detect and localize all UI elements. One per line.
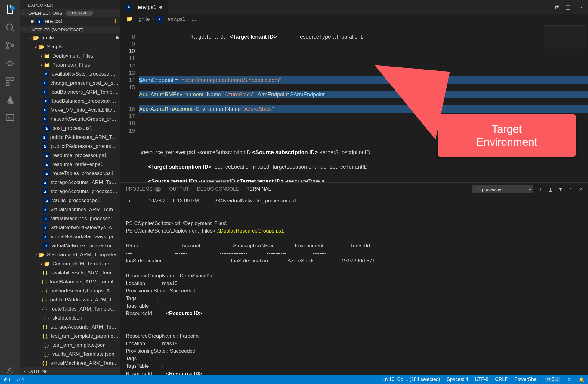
bottom-panel: PROBLEMS1 OUTPUT DEBUG CONSOLE TERMINAL …	[120, 182, 588, 375]
kill-terminal-icon[interactable]: 🗑	[558, 186, 563, 192]
powershell-file-icon: ≥	[126, 4, 132, 11]
tree-file[interactable]: { }availabilitySets_ARM_Templat...	[20, 268, 120, 277]
folder-icon: 📁	[43, 53, 50, 59]
tree-file[interactable]: ≥virtualNetworkGateways_proc...	[20, 232, 120, 241]
editor-area: ≥ env.ps1 ⇄ ◫ ⋯ 📁 Ignite› ≥ env.ps1› ...…	[120, 0, 588, 375]
status-warnings[interactable]: △ 1	[17, 377, 24, 382]
folder-icon: 📁	[43, 62, 50, 68]
tree-file[interactable]: ≥virtualMachines_ARM_Templa...	[20, 205, 120, 214]
tree-folder[interactable]: 📁Deployment_Files	[20, 52, 120, 61]
status-bell-icon[interactable]: 🔔	[578, 377, 584, 382]
activity-bar: 1	[0, 0, 20, 375]
terminal-selector[interactable]: 1: powershell	[472, 185, 533, 193]
powershell-file-icon: ≥	[41, 134, 48, 141]
tree-file[interactable]: { }loadBalancers_ARM_Template....	[20, 277, 120, 286]
breadcrumbs[interactable]: 📁 Ignite› ≥ env.ps1› ...	[120, 14, 588, 24]
close-panel-icon[interactable]: ✕	[579, 186, 583, 192]
tree-file[interactable]: ≥availabilitySets_processor.ps1	[20, 70, 120, 79]
tree-file[interactable]: ≥publicIPAddresses_ARM_Temp...	[20, 133, 120, 142]
json-file-icon: { }	[42, 360, 48, 367]
powershell-file-icon: ≥	[42, 143, 48, 150]
tree-folder[interactable]: 📂Ignite	[20, 33, 120, 42]
json-file-icon: { }	[42, 270, 48, 276]
tree-folder[interactable]: 📂Scripts	[20, 42, 120, 52]
status-language[interactable]: PowerShell	[514, 377, 539, 382]
settings-gear-icon[interactable]	[5, 365, 15, 375]
azure-icon[interactable]	[5, 95, 15, 105]
tree-file[interactable]: ≥virtualNetworkGateways_ARM...	[20, 223, 120, 232]
extensions-icon[interactable]	[5, 76, 15, 87]
tab-bar: ≥ env.ps1 ⇄ ◫ ⋯	[120, 0, 588, 14]
powershell-file-icon: ≥	[42, 179, 48, 186]
open-editors-section[interactable]: OPEN EDITORS 1 UNSAVED	[20, 9, 120, 17]
minimap[interactable]	[544, 25, 586, 49]
tree-file[interactable]: { }networkSecurityGroups_ARM_...	[20, 286, 120, 295]
powershell-file-icon: ≥	[42, 107, 48, 114]
tree-file[interactable]: { }storageAccounts_ARM_Templ...	[20, 323, 120, 332]
tree-file[interactable]: ≥resource_retriever.ps1	[20, 160, 120, 169]
code-editor[interactable]: 8910111213141516171819 -targetTenantId <…	[120, 24, 588, 182]
tree-file[interactable]: ≥vaults_processor.ps1	[20, 196, 120, 205]
tree-file[interactable]: { }test_arm_template.json	[20, 341, 120, 350]
status-extension[interactable]: ⧉ 5.1	[545, 377, 560, 382]
tree-folder[interactable]: 📁Parameter_Files	[20, 61, 120, 70]
powershell-icon[interactable]	[5, 113, 15, 123]
more-icon[interactable]: ⋯	[577, 4, 583, 11]
line-gutter: 8910111213141516171819	[120, 24, 139, 182]
new-terminal-icon[interactable]: ＋	[538, 186, 543, 192]
tree-file[interactable]: { }publicIPAddresses_ARM_Temp...	[20, 295, 120, 304]
panel-tabs: PROBLEMS1 OUTPUT DEBUG CONSOLE TERMINAL …	[120, 183, 588, 196]
source-control-icon[interactable]	[5, 40, 15, 51]
tree-file[interactable]: ≥Move_VM_Into_AvailabilitySet...	[20, 106, 120, 115]
tree-file[interactable]: { }routeTables_ARM_Template.json	[20, 304, 120, 314]
workspace-section[interactable]: UNTITLED (WORKSPACE)	[20, 26, 120, 33]
tree-file[interactable]: ≥loadBalancers_processor.ps1	[20, 97, 120, 106]
search-icon[interactable]	[5, 22, 15, 33]
tree-file[interactable]: ≥virtualMachines_processor.ps1	[20, 214, 120, 223]
compare-icon[interactable]: ⇄	[554, 4, 559, 11]
debug-icon[interactable]	[5, 58, 15, 69]
powershell-file-icon: ≥	[43, 71, 49, 77]
tree-file[interactable]: ≥networkSecurityGroups_proce...	[20, 115, 120, 124]
code-content[interactable]: -targetTenantId <Target tenant ID> -reso…	[139, 24, 588, 182]
folder-icon: 📂	[32, 35, 39, 41]
status-feedback-icon[interactable]: ☺	[567, 377, 572, 382]
tree-file[interactable]: ≥change_premium_ssd_to_stan...	[20, 79, 120, 88]
tree-file[interactable]: ≥resource_processor.ps1	[20, 151, 120, 160]
tab-env-ps1[interactable]: ≥ env.ps1	[120, 0, 168, 14]
open-editor-item[interactable]: ≥env.ps11	[20, 17, 120, 26]
tree-file[interactable]: ≥publicIPAddresses_processor....	[20, 142, 120, 151]
status-eol[interactable]: CRLF	[495, 377, 508, 382]
tree-file[interactable]: ≥storageAccounts_processor.ps1	[20, 187, 120, 196]
split-terminal-icon[interactable]: ◫	[548, 186, 553, 192]
tree-file[interactable]: ≥post_process.ps1	[20, 124, 120, 133]
maximize-panel-icon[interactable]: ＾	[568, 186, 573, 192]
tree-file[interactable]: { }virtualMachines_ARM_Templa...	[20, 359, 120, 367]
tree-file[interactable]: { }skeleton.json	[20, 314, 120, 323]
powershell-file-icon: ≥	[42, 224, 48, 231]
tab-output[interactable]: OUTPUT	[169, 183, 189, 195]
tree-folder[interactable]: 📂Standardized_ARM_Templates	[20, 250, 120, 259]
tree-file[interactable]: ≥loadBalancers_ARM_Template...	[20, 88, 120, 97]
status-errors[interactable]: ⊗ 0	[4, 377, 11, 382]
status-selection[interactable]: Ln 10, Col 1 (184 selected)	[382, 377, 440, 382]
folder-icon: 📁	[43, 261, 50, 267]
split-editor-icon[interactable]: ◫	[565, 4, 571, 11]
json-file-icon: { }	[41, 279, 48, 285]
status-indent[interactable]: Spaces: 4	[447, 377, 468, 382]
status-encoding[interactable]: UTF-8	[475, 377, 488, 382]
svg-point-0	[7, 24, 13, 30]
powershell-file-icon: ≥	[43, 197, 50, 204]
tree-file[interactable]: { }test_arm_template_parameter...	[20, 332, 120, 341]
tree-file[interactable]: { }vaults_ARM_Template.json	[20, 350, 120, 359]
tab-debug-console[interactable]: DEBUG CONSOLE	[197, 183, 239, 195]
tree-file[interactable]: ≥virtualNetworks_processor.ps1	[20, 241, 120, 250]
tree-folder[interactable]: 📁Custom_ARM_Templates	[20, 259, 120, 268]
tab-terminal[interactable]: TERMINAL	[247, 183, 271, 195]
tab-problems[interactable]: PROBLEMS1	[126, 183, 161, 195]
tree-file[interactable]: ≥routeTables_processor.ps1	[20, 169, 120, 178]
terminal-output[interactable]: -a---- 10/28/2019 12:09 PM 2345 virtualN…	[120, 196, 588, 375]
explorer-icon[interactable]: 1	[5, 4, 15, 14]
outline-section[interactable]: OUTLINE	[20, 367, 120, 375]
tree-file[interactable]: ≥storageAccounts_ARM_Templ...	[20, 178, 120, 187]
